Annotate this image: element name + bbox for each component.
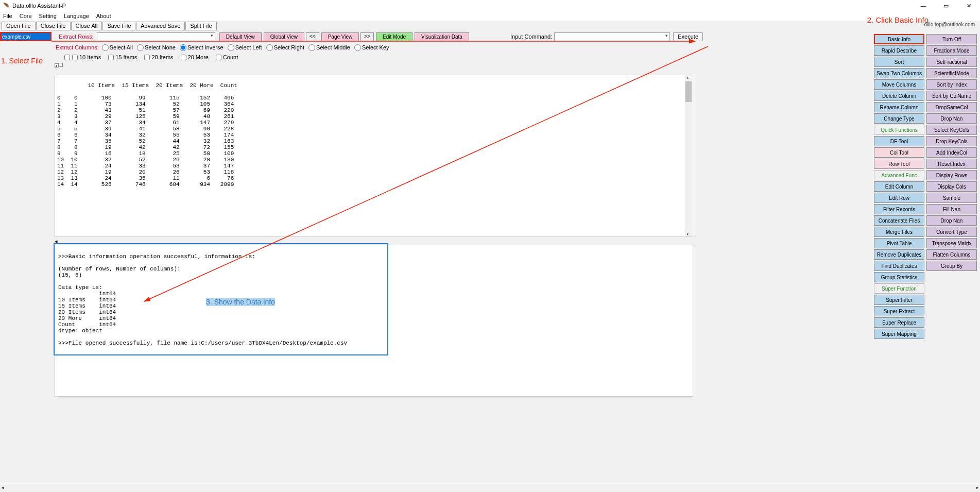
save-file-button[interactable]: Save File bbox=[102, 22, 135, 30]
remove-duplicates-button[interactable]: Remove Duplicates bbox=[874, 249, 924, 260]
execute-button[interactable]: Execute bbox=[673, 32, 703, 41]
concatenate-files-button[interactable]: Concatenate Files bbox=[874, 215, 924, 226]
data-view[interactable]: 10 Items 15 Items 20 Items 20 More Count… bbox=[55, 75, 693, 237]
select-left-radio[interactable]: Select Left bbox=[228, 44, 262, 51]
col-checkbox-4[interactable]: 20 More bbox=[181, 54, 209, 60]
drop-keycols-button[interactable]: Drop KeyCols bbox=[926, 136, 977, 146]
menu-language[interactable]: Language bbox=[64, 13, 89, 19]
rapid-describe-button[interactable]: Rapid Describe bbox=[874, 45, 924, 56]
command-input[interactable] bbox=[554, 32, 670, 41]
default-view-button[interactable]: Default View bbox=[219, 32, 262, 41]
global-view-button[interactable]: Global View bbox=[264, 32, 304, 41]
next-page-button[interactable]: >> bbox=[360, 32, 374, 41]
data-row: 4 4 37 34 61 147 279 bbox=[57, 120, 691, 126]
sample-button[interactable]: Sample bbox=[926, 193, 977, 203]
tabstrip-top: ◂ bbox=[0, 62, 980, 67]
vertical-scrollbar[interactable] bbox=[685, 75, 692, 236]
filter-records-button[interactable]: Filter Records bbox=[874, 204, 924, 214]
select-keycols-button[interactable]: Select KeyCols bbox=[926, 125, 977, 135]
add-indexcol-button[interactable]: Add IndexCol bbox=[926, 147, 977, 158]
horizontal-scrollbar[interactable] bbox=[0, 485, 980, 492]
col-checkbox-3[interactable]: 20 Items bbox=[144, 54, 173, 60]
data-header: 10 Items 15 Items 20 Items 20 More Count bbox=[57, 82, 691, 89]
group-by-button[interactable]: Group By bbox=[926, 261, 977, 271]
master-checkbox[interactable] bbox=[64, 55, 70, 60]
drop-nan-button[interactable]: Drop Nan bbox=[926, 113, 977, 124]
fill-nan-button[interactable]: Fill Nan bbox=[926, 204, 977, 214]
open-file-button[interactable]: Open File bbox=[2, 22, 36, 30]
menu-setting[interactable]: Setting bbox=[39, 13, 57, 19]
visualization-button[interactable]: Visualization Data bbox=[415, 32, 469, 41]
extract-rows-combo[interactable] bbox=[97, 32, 215, 41]
reset-index-button[interactable]: Reset Index bbox=[926, 159, 977, 169]
split-file-button[interactable]: Split File bbox=[185, 22, 216, 30]
change-type-button[interactable]: Change Type bbox=[874, 113, 924, 124]
select-all-radio[interactable]: Select All bbox=[102, 44, 133, 51]
splitter-tab[interactable]: ◂ bbox=[55, 63, 59, 67]
edit-row-button[interactable]: Edit Row bbox=[874, 193, 924, 203]
edit-mode-button[interactable]: Edit Mode bbox=[376, 32, 412, 41]
display-cols-button[interactable]: Display Cols bbox=[926, 181, 977, 192]
super-replace-button[interactable]: Super Replace bbox=[874, 317, 924, 328]
menu-file[interactable]: File bbox=[3, 13, 12, 19]
col-checkbox-1[interactable]: 10 Items bbox=[72, 54, 101, 60]
rename-column-button[interactable]: Rename Column bbox=[874, 102, 924, 112]
output-line: 10 Items int64 bbox=[58, 297, 690, 303]
maximize-button[interactable]: ▭ bbox=[935, 0, 957, 11]
close-file-button[interactable]: Close File bbox=[36, 22, 71, 30]
group-statistics-button[interactable]: Group Statistics bbox=[874, 272, 924, 282]
super-filter-button[interactable]: Super Filter bbox=[874, 295, 924, 305]
menu-core[interactable]: Core bbox=[20, 13, 32, 19]
col-checkbox-2[interactable]: 15 Items bbox=[108, 54, 137, 60]
super-mapping-button[interactable]: Super Mapping bbox=[874, 329, 924, 339]
merge-files-button[interactable]: Merge Files bbox=[874, 227, 924, 237]
dropsamecol-button[interactable]: DropSameCol bbox=[926, 102, 977, 112]
select-middle-radio[interactable]: Select Middle bbox=[308, 44, 350, 51]
output-line: int64 bbox=[58, 291, 690, 297]
output-pane[interactable]: >>>Basic information operation successfu… bbox=[55, 245, 693, 397]
swap-two-columns-button[interactable]: Swap Two Columns bbox=[874, 68, 924, 78]
page-view-button[interactable]: Page View bbox=[321, 32, 359, 41]
edit-column-button[interactable]: Edit Column bbox=[874, 181, 924, 192]
close-all-button[interactable]: Close All bbox=[71, 22, 102, 30]
advanced-func-button: Advanced Func bbox=[874, 170, 924, 180]
super-extract-button[interactable]: Super Extract bbox=[874, 306, 924, 316]
row-tool-button[interactable]: Row Tool bbox=[874, 159, 924, 169]
setfractional-button[interactable]: SetFractional bbox=[926, 57, 977, 67]
select-inverse-radio[interactable]: Select Inverse bbox=[180, 44, 223, 51]
splitter-tab[interactable] bbox=[59, 63, 63, 67]
sort-by-index-button[interactable]: Sort by Index bbox=[926, 79, 977, 90]
file-selector[interactable]: example.csv bbox=[0, 32, 51, 41]
splitter-tab[interactable]: ◂ bbox=[55, 238, 58, 244]
col-checkbox-5[interactable]: Count bbox=[216, 54, 238, 60]
minimize-button[interactable]: — bbox=[912, 0, 935, 11]
df-tool-button[interactable]: DF Tool bbox=[874, 136, 924, 146]
find-duplicates-button[interactable]: Find Duplicates bbox=[874, 261, 924, 271]
flatten-columns-button[interactable]: Flatten Columns bbox=[926, 249, 977, 260]
select-right-radio[interactable]: Select Right bbox=[266, 44, 304, 51]
select-key-radio[interactable]: Select Key bbox=[354, 44, 389, 51]
col-tool-button[interactable]: Col Tool bbox=[874, 147, 924, 158]
transpose-matrix-button[interactable]: Transpose Matrix bbox=[926, 238, 977, 248]
turn-off-button[interactable]: Turn Off bbox=[926, 34, 977, 44]
basic-info-button[interactable]: Basic Info bbox=[874, 34, 924, 44]
delete-column-button[interactable]: Delete Column bbox=[874, 91, 924, 101]
select-none-radio[interactable]: Select None bbox=[137, 44, 176, 51]
sort-by-colname-button[interactable]: Sort by ColName bbox=[926, 91, 977, 101]
menu-about[interactable]: About bbox=[96, 13, 111, 19]
convert-type-button[interactable]: Convert Type bbox=[926, 227, 977, 237]
data-row: 11 11 24 33 53 37 147 bbox=[57, 163, 691, 169]
move-columns-button[interactable]: Move Columns bbox=[874, 79, 924, 90]
scientificimode-button[interactable]: ScientificIMode bbox=[926, 68, 977, 78]
fractionalmode-button[interactable]: FractionalMode bbox=[926, 45, 977, 56]
advanced-save-button[interactable]: Advanced Save bbox=[136, 22, 185, 30]
pivot-table-button[interactable]: Pivot Table bbox=[874, 238, 924, 248]
close-button[interactable]: ✕ bbox=[957, 0, 980, 11]
data-row: 14 14 526 746 684 934 2890 bbox=[57, 181, 691, 188]
prev-page-button[interactable]: << bbox=[306, 32, 319, 41]
output-line: 15 Items int64 bbox=[58, 303, 690, 309]
display-rows-button[interactable]: Display Rows bbox=[926, 170, 977, 180]
sort-button[interactable]: Sort bbox=[874, 57, 924, 67]
data-row: 6 6 34 32 55 53 174 bbox=[57, 132, 691, 138]
drop-nan-button[interactable]: Drop Nan bbox=[926, 215, 977, 226]
